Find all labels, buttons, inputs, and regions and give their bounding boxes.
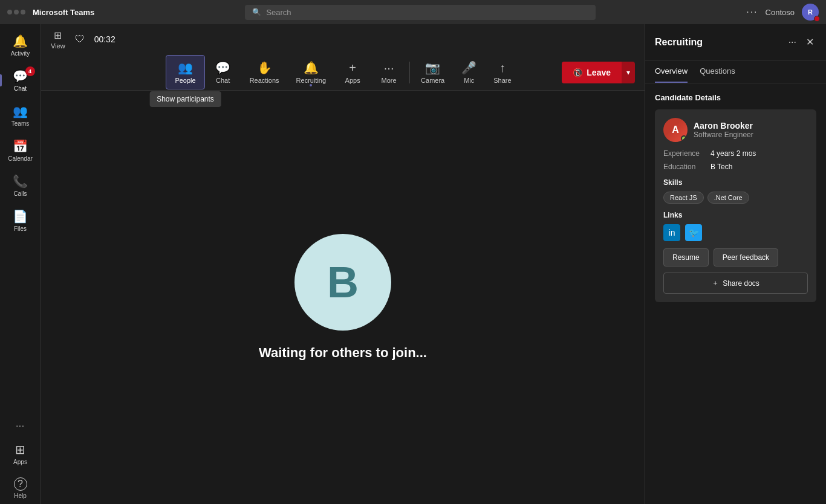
title-bar: Microsoft Teams 🔍 Search ··· Contoso R (0, 0, 826, 24)
recruiting-label: Recruiting (296, 77, 327, 84)
chevron-down-icon: ▾ (626, 68, 630, 77)
tab-overview-label: Overview (655, 66, 688, 76)
help-icon: ? (14, 477, 27, 491)
leave-button-group: 📵 Leave ▾ (562, 62, 635, 83)
sidebar-item-activity[interactable]: 🔔 Activity (2, 29, 39, 62)
experience-row: Experience 4 years 2 mos (663, 149, 808, 158)
skills-label: Skills (663, 178, 808, 187)
leave-phone-icon: 📵 (573, 68, 583, 77)
linkedin-icon[interactable]: in (663, 224, 680, 241)
sidebar-item-calls[interactable]: 📞 Calls (2, 169, 39, 202)
candidate-header: A Aaron Brooker Software Engineer (663, 118, 808, 142)
resume-button[interactable]: Resume (663, 248, 709, 267)
links-section: Links in 🐦 (663, 211, 808, 241)
camera-button[interactable]: 📷 Camera (412, 56, 453, 89)
people-tooltip: Show participants (149, 91, 221, 107)
leave-chevron-button[interactable]: ▾ (622, 62, 635, 83)
more-toolbar-button[interactable]: ··· More (371, 56, 407, 89)
leave-button[interactable]: 📵 Leave (562, 62, 622, 83)
view-label: View (51, 42, 65, 50)
peer-feedback-button[interactable]: Peer feedback (714, 248, 778, 267)
panel-header-actions: ··· ✕ (786, 34, 816, 50)
sidebar-item-chat[interactable]: 4 💬 Chat (2, 64, 39, 97)
education-value: B Tech (711, 163, 732, 171)
search-bar[interactable]: 🔍 Search (245, 5, 596, 20)
sidebar-item-calendar[interactable]: 📅 Calendar (2, 134, 39, 167)
title-right: ··· Contoso R (746, 4, 819, 21)
tab-overview[interactable]: Overview (655, 60, 688, 83)
education-row: Education B Tech (663, 163, 808, 171)
view-button[interactable]: ⊞ View (51, 30, 65, 50)
apps-toolbar-button[interactable]: + Apps (334, 56, 371, 89)
panel-close-button[interactable]: ✕ (804, 34, 816, 50)
share-docs-button[interactable]: ＋ Share docs (663, 273, 808, 294)
recruiting-button[interactable]: 🔔 Recruiting (288, 56, 335, 89)
apps-icon: ⊞ (15, 442, 25, 457)
people-icon: 👥 (178, 60, 193, 75)
chat-toolbar-icon: 💬 (215, 60, 230, 75)
experience-value: 4 years 2 mos (711, 149, 756, 158)
candidate-online-badge (681, 135, 687, 141)
sidebar-item-ellipsis[interactable]: ··· (2, 416, 39, 435)
ellipsis-icon: ··· (16, 421, 25, 430)
search-placeholder: Search (266, 8, 291, 17)
leave-label: Leave (587, 68, 611, 77)
people-label: People (175, 77, 195, 84)
avatar-status-badge (814, 16, 820, 22)
call-area: ⊞ View 🛡 00:32 👥 People Show participant… (41, 24, 645, 504)
user-avatar[interactable]: R (802, 4, 819, 21)
window-controls-dots[interactable]: ··· (746, 7, 758, 18)
panel-title: Recruiting (655, 37, 703, 48)
chat-button[interactable]: 💬 Chat (205, 56, 241, 89)
sidebar-item-help[interactable]: ? Help (2, 473, 39, 504)
skill-react: React JS (663, 192, 704, 204)
chat-badge: 4 (25, 66, 35, 76)
links-label: Links (663, 211, 808, 219)
toolbar-main-group: 👥 People Show participants 💬 Chat ✋ Reac… (166, 55, 519, 89)
skills-section: Skills React JS .Net Core (663, 178, 808, 204)
calls-icon: 📞 (13, 174, 28, 189)
tab-questions-label: Questions (700, 66, 735, 76)
call-toolbar: 👥 People Show participants 💬 Chat ✋ Reac… (41, 54, 645, 91)
more-toolbar-label: More (382, 77, 397, 84)
sidebar-label-files: Files (14, 225, 27, 232)
files-icon: 📄 (13, 209, 28, 224)
participant-avatar-large: B (294, 234, 391, 331)
search-icon: 🔍 (252, 8, 261, 16)
panel-more-button[interactable]: ··· (786, 34, 799, 50)
chat-toolbar-label: Chat (216, 77, 230, 84)
mic-label: Mic (464, 77, 474, 84)
mic-button[interactable]: 🎤 Mic (453, 56, 485, 89)
sidebar-item-apps[interactable]: ⊞ Apps (2, 438, 39, 470)
candidate-card: A Aaron Brooker Software Engineer Experi… (655, 109, 816, 302)
twitter-icon[interactable]: 🐦 (685, 224, 702, 241)
call-timer: 00:32 (94, 34, 115, 44)
recruiting-icon: 🔔 (304, 60, 319, 75)
experience-label: Experience (663, 149, 706, 158)
skills-list: React JS .Net Core (663, 192, 808, 204)
org-name: Contoso (766, 8, 795, 17)
avatar-letter: B (327, 257, 359, 307)
sidebar-item-teams[interactable]: 👥 Teams (2, 99, 39, 132)
shield-icon: 🛡 (75, 34, 85, 45)
candidate-details-title: Candidate Details (655, 93, 816, 102)
people-button[interactable]: 👥 People (166, 55, 204, 89)
share-docs-label: Share docs (723, 279, 759, 288)
education-label: Education (663, 163, 706, 171)
main-layout: 🔔 Activity 4 💬 Chat 👥 Teams 📅 Calendar 📞… (0, 24, 826, 504)
candidate-info-header: Aaron Brooker Software Engineer (694, 121, 753, 139)
people-button-wrap: 👥 People Show participants (166, 55, 204, 89)
share-button[interactable]: ↑ Share (485, 56, 519, 89)
candidate-avatar: A (663, 118, 688, 142)
camera-icon: 📷 (425, 60, 440, 75)
sidebar-item-files[interactable]: 📄 Files (2, 204, 39, 237)
video-area: B Waiting for others to join... (41, 91, 645, 504)
reactions-button[interactable]: ✋ Reactions (241, 56, 288, 89)
share-label: Share (493, 77, 511, 84)
tab-questions[interactable]: Questions (700, 60, 735, 83)
sidebar-label-activity: Activity (11, 50, 30, 57)
sidebar-label-apps: Apps (13, 459, 27, 465)
activity-icon: 🔔 (13, 34, 28, 48)
app-title: Microsoft Teams (33, 8, 94, 17)
share-docs-plus-icon: ＋ (712, 278, 719, 288)
